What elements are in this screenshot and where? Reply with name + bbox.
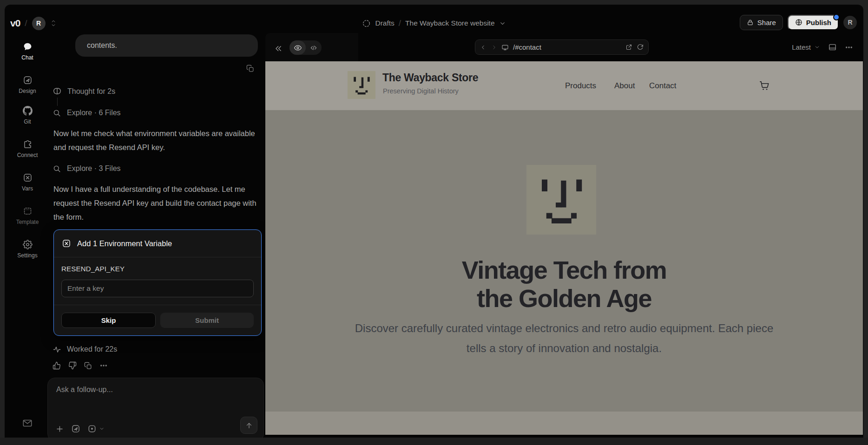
- site-title[interactable]: The Wayback Store: [382, 72, 478, 84]
- followup-composer[interactable]: [47, 378, 264, 438]
- search-icon: [53, 109, 61, 118]
- sidebar-item-connect[interactable]: Connect: [10, 139, 45, 158]
- gear-icon: [23, 240, 33, 249]
- hero-title-line2: the Golden Age: [265, 284, 863, 313]
- send-button[interactable]: [240, 417, 257, 434]
- preview-url-text[interactable]: /#contact: [513, 43, 541, 51]
- user-avatar[interactable]: R: [843, 16, 857, 29]
- followup-input[interactable]: [55, 385, 252, 414]
- user-message-text: contents.: [87, 41, 117, 50]
- topbar-right: Share Publish R: [740, 12, 857, 33]
- share-button[interactable]: Share: [740, 15, 783, 30]
- assistant-paragraph-2: Now I have a full understanding of the c…: [53, 182, 260, 224]
- chevron-down-icon[interactable]: [499, 20, 506, 27]
- sidebar-item-git[interactable]: Git: [10, 106, 45, 125]
- thought-label: Thought for 2s: [67, 87, 115, 96]
- pixel-face-icon: [526, 165, 596, 235]
- env-variable-dialog: Add 1 Environment Variable RESEND_API_KE…: [53, 229, 262, 336]
- thumbs-up-icon[interactable]: [53, 361, 61, 370]
- preview-mode-segment: [289, 40, 322, 55]
- nav-link-contact[interactable]: Contact: [649, 81, 677, 91]
- version-selector[interactable]: Latest: [792, 43, 820, 51]
- hero-logo: [526, 165, 596, 235]
- nav-link-products[interactable]: Products: [565, 81, 596, 91]
- site-next-section: [265, 412, 863, 435]
- arrow-up-icon: [245, 421, 253, 430]
- eye-icon: [294, 44, 302, 52]
- sidebar-label-settings: Settings: [17, 252, 37, 259]
- preview-eye-toggle[interactable]: [289, 40, 306, 55]
- pixel-face-icon: [348, 71, 375, 99]
- env-variable-name: RESEND_API_KEY: [61, 265, 254, 273]
- back-icon[interactable]: [480, 44, 487, 51]
- browser-layout-icon[interactable]: [828, 43, 837, 52]
- thought-row[interactable]: Thought for 2s: [53, 86, 115, 97]
- breadcrumb-project-name[interactable]: The Wayback Store website: [405, 19, 494, 27]
- cart-icon[interactable]: [759, 80, 770, 91]
- more-options-icon[interactable]: [99, 361, 108, 370]
- topbar-left: v0 / R: [10, 13, 57, 33]
- copy-icon[interactable]: [84, 362, 92, 370]
- refresh-icon[interactable]: [637, 44, 644, 51]
- nav-link-about[interactable]: About: [614, 81, 635, 91]
- project-switcher-icon[interactable]: [50, 20, 57, 27]
- user-message-bubble: contents.: [75, 34, 258, 57]
- sidebar-item-feedback[interactable]: [10, 418, 45, 428]
- desktop-taskbar: [0, 438, 868, 445]
- attach-plus-icon[interactable]: [55, 425, 64, 433]
- hero-subtitle: Discover carefully curated vintage elect…: [348, 318, 780, 358]
- model-picker-icon[interactable]: [87, 424, 105, 433]
- sidebar-item-chat[interactable]: Chat: [10, 42, 45, 61]
- sidebar-item-design[interactable]: Design: [10, 75, 45, 94]
- breadcrumb-drafts[interactable]: Drafts: [375, 19, 394, 27]
- site-logo[interactable]: [348, 71, 375, 99]
- app-root: Drafts / The Wayback Store website v0 / …: [0, 0, 868, 445]
- preview-url-bar[interactable]: /#contact: [475, 39, 649, 55]
- project-avatar[interactable]: R: [32, 17, 46, 30]
- env-key-input[interactable]: [61, 280, 254, 297]
- skip-button[interactable]: Skip: [61, 313, 156, 328]
- more-options-icon[interactable]: [845, 43, 853, 52]
- chevron-down-icon: [814, 44, 820, 50]
- sidebar-item-settings[interactable]: Settings: [10, 240, 45, 259]
- design-mode-icon[interactable]: [71, 424, 80, 433]
- code-icon: [309, 44, 318, 52]
- puzzle-icon: [23, 139, 33, 149]
- collapse-panel-icon[interactable]: [274, 44, 283, 53]
- hero-title: Vintage Tech from the Golden Age: [265, 256, 863, 313]
- site-tagline: Preserving Digital History: [383, 87, 459, 95]
- design-icon: [23, 75, 33, 85]
- explore-label-1: Explore · 6 Files: [67, 109, 121, 117]
- sidebar-label-chat: Chat: [21, 54, 33, 61]
- globe-icon: [795, 19, 802, 26]
- thumbs-down-icon[interactable]: [68, 361, 77, 370]
- publish-button[interactable]: Publish: [788, 15, 839, 30]
- sidebar-item-vars[interactable]: Vars: [10, 173, 45, 192]
- open-external-icon[interactable]: [625, 44, 632, 51]
- topbar-slash: /: [25, 18, 27, 28]
- sidebar-item-template[interactable]: Template: [10, 206, 45, 225]
- monitor-icon[interactable]: [501, 44, 509, 51]
- sidebar-label-design: Design: [19, 88, 36, 94]
- explore-label-2: Explore · 3 Files: [67, 164, 121, 173]
- sidebar-label-git: Git: [24, 118, 31, 125]
- submit-button[interactable]: Submit: [160, 313, 254, 328]
- share-label: Share: [757, 19, 776, 26]
- publish-notification-dot: [833, 14, 840, 20]
- worked-row: Worked for 22s: [53, 344, 117, 354]
- v0-logo[interactable]: v0: [10, 18, 20, 29]
- sidebar-label-vars: Vars: [22, 185, 33, 192]
- version-label: Latest: [792, 43, 811, 51]
- publish-label: Publish: [806, 19, 831, 26]
- explore-row-1[interactable]: Explore · 6 Files: [53, 108, 121, 118]
- forward-icon[interactable]: [491, 44, 497, 51]
- vars-x-square-icon: [23, 173, 33, 183]
- copy-message-icon[interactable]: [246, 65, 254, 72]
- breadcrumb-separator: /: [399, 18, 401, 28]
- explore-row-2[interactable]: Explore · 3 Files: [53, 164, 121, 174]
- code-view-toggle[interactable]: [306, 44, 322, 52]
- breadcrumb: Drafts / The Wayback Store website: [5, 14, 863, 33]
- env-dialog-header: Add 1 Environment Variable: [54, 230, 261, 257]
- step-connector: [57, 98, 58, 106]
- vars-x-square-icon: [62, 239, 71, 248]
